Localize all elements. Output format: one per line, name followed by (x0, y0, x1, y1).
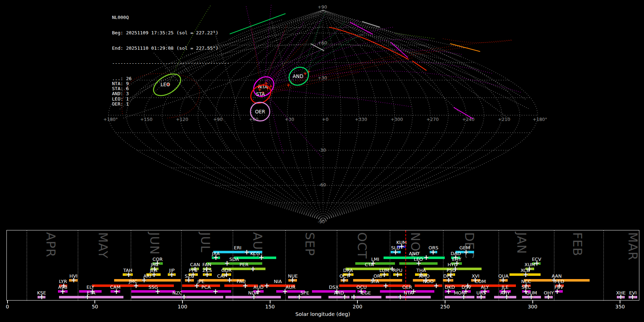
bright-meteor-segment (450, 44, 480, 52)
radiant-label-AND: AND (293, 73, 303, 79)
shower-label-ORI: ORI (361, 274, 394, 278)
shower-peak-NDA: + (251, 294, 257, 300)
meteor-track (229, 20, 283, 39)
x-tick-50 (94, 301, 95, 303)
x-tick-label-100: 100 (172, 304, 193, 309)
radiant-label-STA: STA (256, 91, 265, 97)
lon-label: +180° (533, 117, 547, 122)
meteor-track (342, 16, 526, 99)
shower-bar-SPE (288, 296, 321, 298)
shower-peak-DPC: + (445, 277, 452, 283)
radiant-plus-marker (304, 72, 307, 75)
bright-meteor-segment (391, 42, 408, 58)
x-tick-label-300: 300 (522, 304, 543, 309)
month-label-JUL: JUL (198, 232, 213, 253)
meteor-track (352, 28, 530, 109)
shower-label-NOO: NOO (412, 279, 444, 284)
month-label-FEB: FEB (570, 232, 585, 256)
count-AND: AND: 3 (112, 91, 230, 96)
lon-label: +300 (391, 117, 403, 122)
shower-peak-LEO: + (415, 260, 422, 266)
lon-label: +30 (285, 117, 294, 122)
station-id: NL000Q (112, 15, 230, 20)
count-dotdotdot: ...: 26 (112, 76, 230, 81)
shower-bar-NZC (131, 296, 224, 298)
month-label-OCT: OCT (355, 232, 369, 259)
activity-timeline-panel: APRMAYJUNJULAUGSEPOCTNOVDECJANFEBMARKUM+… (6, 230, 639, 301)
shower-peak-OCT: + (341, 277, 347, 283)
shower-label-CTA: CTA (353, 262, 385, 267)
x-tick-150 (270, 301, 270, 303)
x-tick-350 (620, 301, 620, 303)
shower-peak-OHY: + (545, 294, 552, 300)
shower-peak-AHY: + (503, 294, 510, 300)
shower-counts: ...: 26NTA: 9STA: 6AND: 3LEO: 1OER: 1 (112, 76, 230, 107)
lon-label: +330 (355, 117, 367, 122)
meteor-track (265, 72, 358, 94)
meteor-radiant-dashboard: +180°+150+120+90+60+30+0+330+300+270+240… (0, 0, 644, 322)
shower-peak-SSG: + (155, 289, 161, 294)
lon-label: +90 (213, 117, 223, 122)
month-label-JUN: JUN (147, 232, 162, 255)
meteor-track (379, 36, 508, 118)
month-label-SEP: SEP (303, 232, 317, 256)
shower-label-JPE: JPE (185, 279, 217, 284)
x-tick-300 (532, 301, 533, 303)
x-tick-label-150: 150 (259, 304, 281, 309)
x-axis-title: Solar longitude (deg) (251, 311, 394, 317)
sky-map: +180°+150+120+90+60+30+0+330+300+270+240… (0, 0, 644, 230)
shower-peak-NTA: + (397, 294, 404, 300)
shower-label-NZC: NZC (161, 291, 194, 295)
x-tick-200 (357, 301, 358, 303)
shower-peak-AVB: + (59, 289, 66, 294)
meteor-track (269, 89, 411, 107)
x-tick-label-350: 350 (609, 304, 631, 309)
shower-label-SSG: SSG (137, 285, 169, 289)
shower-peak-ARD: + (342, 294, 348, 300)
meteor-track (265, 5, 271, 80)
month-label-JAN: JAN (514, 232, 529, 254)
x-tick-100 (182, 301, 183, 303)
lon-label: +0 (322, 117, 328, 122)
shower-peak-PCA: + (212, 289, 219, 294)
grid-meridian (323, 10, 448, 220)
shower-peak-CAM: + (113, 289, 120, 294)
shower-label-CAP: CAP (206, 274, 238, 278)
shower-bar-MON (445, 296, 474, 298)
meteor-track (395, 33, 435, 39)
x-tick-label-200: 200 (347, 304, 368, 309)
shower-peak-PER: + (250, 266, 256, 272)
shower-label-SPE: SPE (289, 291, 321, 295)
lat-label: -60 (319, 182, 326, 187)
month-separator-MAR (603, 230, 604, 300)
shower-label-PAU: PAU (225, 279, 257, 284)
shower-peak-KSE: + (39, 294, 45, 300)
grid-meridian (323, 10, 430, 220)
shower-peak-ORS: + (430, 249, 436, 255)
x-tick-label-0: 0 (0, 304, 18, 309)
lat-label: +30 (318, 75, 327, 80)
separator-line: ----------------------------------------… (112, 61, 230, 66)
shower-peak-XCB: + (522, 272, 529, 278)
shower-bar-NTA (386, 296, 430, 298)
shower-label-OER: OER (391, 285, 423, 289)
shower-peak-AUR: + (282, 289, 288, 294)
month-separator-APR (26, 230, 27, 300)
x-tick-label-50: 50 (84, 304, 106, 309)
shower-peak-RPU: + (394, 272, 401, 278)
meteor-track (266, 94, 321, 157)
x-tick-0 (7, 301, 8, 303)
month-label-MAR: MAR (626, 232, 640, 260)
lat-label: +90 (318, 4, 327, 10)
count-OER: OER: 1 (112, 102, 230, 107)
station-info-block: NL000Q Beg: 20251109 17:35:25 (sol = 227… (112, 5, 230, 117)
shower-peak-QUA: + (500, 277, 506, 283)
shower-peak-EGE: + (351, 294, 357, 300)
x-tick-label-250: 250 (434, 304, 456, 309)
meteor-track (265, 47, 468, 92)
lon-label: +210 (498, 117, 510, 122)
x-tick-250 (445, 301, 445, 303)
meteor-track (267, 39, 428, 82)
lon-label: +180° (103, 117, 118, 122)
current-sol-line (405, 230, 406, 300)
